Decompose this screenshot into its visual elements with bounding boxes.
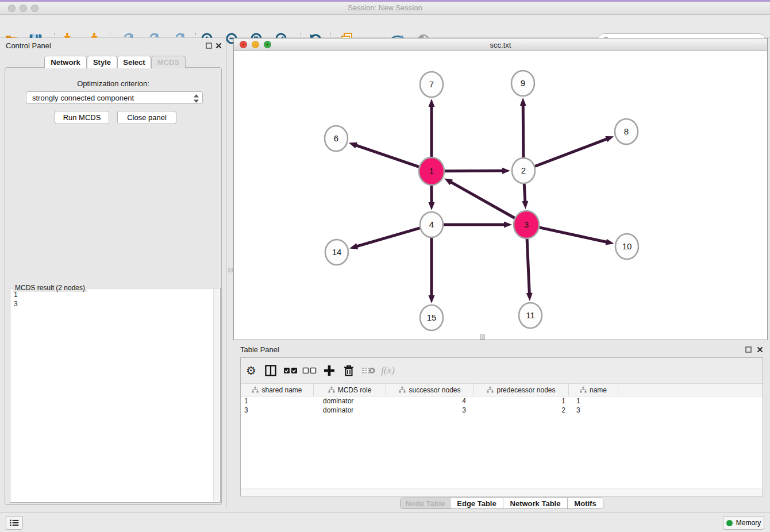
add-row-button[interactable] [324,365,335,376]
float-table-panel-icon[interactable] [745,346,752,353]
select-stepper-icon [194,94,199,105]
select-all-button[interactable] [283,367,298,375]
graph-node-label: 15 [427,313,437,322]
table-row[interactable]: 1dominator411 [241,396,763,406]
control-tab-mcds[interactable]: MCDS [151,56,186,68]
attribute-tree-icon [580,387,587,393]
float-panel-icon[interactable] [205,42,213,49]
column-header-label: predecessor nodes [496,386,555,394]
task-history-button[interactable] [6,516,23,530]
control-tab-network[interactable]: Network [44,56,87,68]
table-tab-network-table[interactable]: Network Table [503,498,567,509]
graph-node-3[interactable]: 3 [514,211,539,238]
table-panel-header: Table Panel [233,342,770,357]
graph-node-11[interactable]: 11 [519,303,542,328]
table-hscrollbar[interactable] [241,488,763,496]
graph-edge-1-7[interactable] [429,99,435,157]
graph-node-4[interactable]: 4 [420,212,443,237]
main-toolbar [0,15,770,38]
graph-edge-2-3[interactable] [522,184,528,209]
table-tab-node-table[interactable]: Node Table [401,498,450,509]
column-header-filler [618,384,763,396]
table-settings-button[interactable]: ⚙ [246,364,256,377]
node-table: ⚙ [240,357,763,496]
table-cell[interactable]: 1 [474,396,569,406]
result-scrollbar[interactable] [213,289,220,502]
window-top-accent [0,0,770,2]
gear-icon: ⚙ [246,364,256,377]
graph-node-label: 14 [332,247,342,257]
close-table-panel-icon[interactable] [756,346,764,353]
column-header-mcds-role[interactable]: MCDS role [314,384,386,396]
column-header-predecessor-nodes[interactable]: predecessor nodes [474,384,569,396]
control-panel-header: Control Panel [0,38,226,53]
table-row[interactable]: 3dominator323 [241,406,763,415]
close-panel-button[interactable]: Close panel [117,111,176,124]
control-tab-style[interactable]: Style [87,56,117,68]
table-cell[interactable]: 4 [386,396,474,406]
graph-node-14[interactable]: 14 [325,240,348,265]
split-divider-grip[interactable] [228,268,233,272]
show-columns-button[interactable] [265,365,277,377]
close-panel-icon[interactable] [215,42,222,49]
table-cell[interactable]: 2 [474,406,569,415]
graph-edge-1-6[interactable] [349,142,419,167]
graph-edge-3-11[interactable] [526,239,533,301]
graph-node-6[interactable]: 6 [325,126,348,151]
graph-node-1[interactable]: 1 [419,157,444,185]
graph-edge-4-3[interactable] [444,222,512,228]
table-cell[interactable]: 3 [386,406,474,415]
graph-edge-1-2[interactable] [445,168,510,174]
graph-edge-4-15[interactable] [429,238,435,303]
mcds-result-line: 1 [14,290,212,299]
graph-node-7[interactable]: 7 [420,72,443,97]
delete-row-button[interactable] [344,365,354,376]
graph-edge-2-9[interactable] [520,98,526,157]
table-cell[interactable]: 3 [241,406,314,415]
graph-node-9[interactable]: 9 [511,71,534,96]
column-header-name[interactable]: name [569,384,618,396]
canvas-divider-grip[interactable] [480,334,485,340]
network-window-title: scc.txt [234,41,767,49]
unchecked-boxes-icon [302,367,317,375]
graph-edge-1-4[interactable] [429,186,435,210]
table-cell[interactable]: 1 [241,396,314,406]
graph-node-label: 7 [429,79,434,89]
graph-node-2[interactable]: 2 [512,158,535,183]
table-panel: Table Panel ⚙ [233,342,770,509]
table-cell[interactable]: dominator [314,396,386,406]
graph-node-label: 4 [429,219,434,229]
memory-label: Memory [736,519,761,527]
column-header-shared-name[interactable]: shared name [241,384,314,396]
table-cell[interactable]: 1 [569,396,618,406]
graph-node-8[interactable]: 8 [615,119,638,144]
attribute-tree-icon [328,387,335,393]
memory-status-dot [726,520,733,526]
graph-node-10[interactable]: 10 [615,234,638,259]
graph-node-15[interactable]: 15 [420,305,443,330]
delete-table-button[interactable] [361,366,375,375]
network-window-titlebar: × − + scc.txt [234,38,767,51]
memory-button[interactable]: Memory [723,516,764,530]
network-canvas[interactable]: 7968124314101511 [234,51,767,340]
table-tab-edge-table[interactable]: Edge Table [450,498,503,509]
mcds-result-group: MCDS result (2 nodes) 13 [10,288,221,503]
graph-edge-2-8[interactable] [535,136,614,166]
run-mcds-button[interactable]: Run MCDS [55,111,109,124]
table-tab-motifs[interactable]: Motifs [567,498,603,509]
mcds-result-text[interactable]: 13 [11,290,212,501]
table-cell[interactable]: dominator [314,406,386,415]
attribute-tree-icon [399,387,406,393]
attribute-tree-icon [487,387,494,393]
graph-edge-4-14[interactable] [349,228,419,249]
criterion-select[interactable]: strongly connected component [26,91,203,104]
deselect-all-button[interactable] [302,367,317,375]
network-view-window: × − + scc.txt 7968124314101511 [233,38,768,340]
graph-node-label: 3 [524,219,529,229]
table-cell[interactable]: 3 [569,406,618,415]
graph-edge-3-10[interactable] [540,228,614,245]
graph-edge-3-1[interactable] [444,178,514,218]
control-tab-select[interactable]: Select [117,56,151,68]
column-header-successor-nodes[interactable]: successor nodes [386,384,474,396]
function-builder-button[interactable]: f(x) [381,365,395,376]
